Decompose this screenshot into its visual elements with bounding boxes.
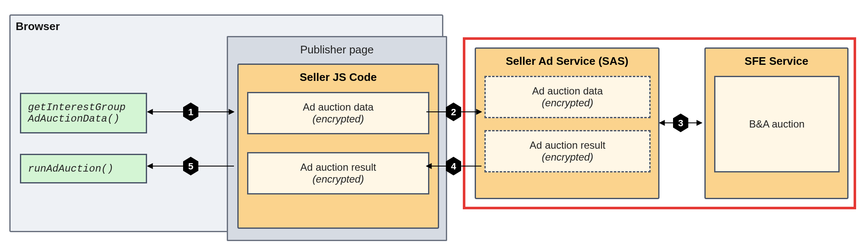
- step-marker-2: 2: [446, 103, 461, 121]
- sas-auction-data: Ad auction data (encrypted): [484, 76, 651, 118]
- api-text-line1: getInterestGroup: [28, 102, 146, 113]
- api-get-interest-group: getInterestGroup AdAuctionData(): [20, 93, 147, 133]
- seller-js-module: Seller JS Code Ad auction data (encrypte…: [237, 64, 439, 229]
- payload-data-label: Ad auction data: [303, 101, 374, 113]
- browser-container: Browser getInterestGroup AdAuctionData()…: [9, 14, 443, 232]
- seller-js-auction-data: Ad auction data (encrypted): [247, 92, 429, 134]
- publisher-label: Publisher page: [228, 43, 446, 56]
- sas-title: Seller Ad Service (SAS): [476, 55, 658, 68]
- payload-encrypted: (encrypted): [312, 113, 364, 125]
- payload-encrypted: (encrypted): [542, 151, 593, 163]
- payload-encrypted: (encrypted): [312, 173, 364, 185]
- svg-text:4: 4: [451, 161, 456, 172]
- api-text-line2: AdAuctionData(): [28, 113, 146, 125]
- payload-result-label: Ad auction result: [300, 161, 376, 173]
- svg-text:2: 2: [451, 107, 456, 117]
- sfe-auction-box: B&A auction: [714, 76, 840, 172]
- step-marker-4: 4: [446, 157, 461, 175]
- seller-js-auction-result: Ad auction result (encrypted): [247, 152, 429, 194]
- api-run-ad-auction: runAdAuction(): [20, 154, 147, 183]
- api-text: runAdAuction(): [28, 163, 146, 175]
- sfe-module: SFE Service B&A auction: [704, 47, 849, 199]
- sfe-content: B&A auction: [749, 118, 805, 130]
- sas-auction-result: Ad auction result (encrypted): [484, 130, 651, 172]
- sfe-title: SFE Service: [706, 55, 847, 68]
- server-group: Seller Ad Service (SAS) Ad auction data …: [463, 37, 856, 209]
- payload-result-label: Ad auction result: [530, 139, 606, 151]
- diagram-root: Browser getInterestGroup AdAuctionData()…: [0, 0, 868, 247]
- publisher-page: Publisher page Seller JS Code Ad auction…: [227, 36, 447, 241]
- browser-label: Browser: [16, 20, 60, 33]
- svg-marker-6: [446, 157, 461, 175]
- payload-data-label: Ad auction data: [532, 85, 603, 97]
- svg-marker-2: [446, 103, 461, 121]
- payload-encrypted: (encrypted): [542, 97, 593, 109]
- seller-js-title: Seller JS Code: [239, 71, 438, 84]
- sas-module: Seller Ad Service (SAS) Ad auction data …: [475, 47, 659, 199]
